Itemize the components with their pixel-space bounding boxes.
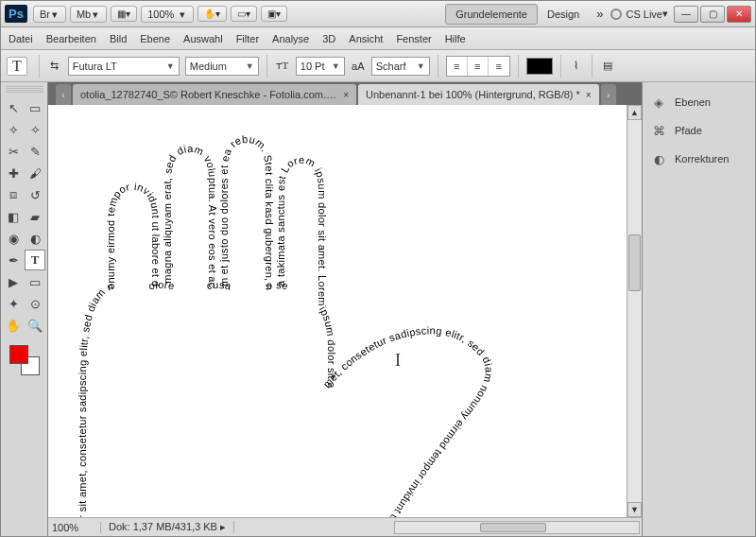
font-weight-combo[interactable]: Medium▼ (185, 57, 259, 76)
zoom-level[interactable]: 100%▾ (141, 6, 194, 23)
path-select-tool[interactable]: ▶ (3, 271, 24, 292)
dodge-tool[interactable]: ◐ (25, 228, 45, 249)
paths-icon: ⌘ (650, 122, 667, 139)
menu-datei[interactable]: Datei (9, 33, 33, 44)
panel-ebenen[interactable]: ◈Ebenen (643, 88, 755, 116)
text-on-path-artwork: Lorem ipsum dolor sit amet, consetetur s… (48, 105, 615, 517)
right-panel: ◈Ebenen ⌘Pfade ◐Korrekturen (642, 82, 755, 536)
options-bar: T ⇆ Futura LT▼ Medium▼ ᴛT 10 Pt▼ aA Scha… (1, 50, 755, 82)
workspace-more[interactable]: » (596, 7, 603, 21)
close-icon[interactable]: × (343, 90, 349, 100)
menu-ansicht[interactable]: Ansicht (349, 33, 383, 44)
window-controls: — ▢ ✕ (674, 6, 751, 23)
scroll-thumb[interactable] (480, 523, 546, 532)
menu-analyse[interactable]: Analyse (272, 33, 309, 44)
align-center-button[interactable]: ≡ (468, 57, 489, 76)
text-color-swatch[interactable] (526, 58, 553, 75)
crop-tool[interactable]: ✂ (3, 141, 24, 162)
cslive-button[interactable]: CS Live ▾ (610, 8, 668, 20)
font-size-icon: ᴛT (275, 59, 290, 74)
foreground-color[interactable] (9, 345, 28, 364)
view-extras-button[interactable]: ▦▾ (111, 6, 137, 22)
workarea: ↖ ▭ ⟡ ✧ ✂ ✎ ✚ 🖌 ⧈ ↺ ◧ ▰ ◉ ◐ ✒ T ▶ ▭ ✦ ⊙ (1, 82, 755, 536)
marquee-tool[interactable]: ▭ (25, 97, 45, 118)
shape-tool[interactable]: ▭ (25, 271, 45, 292)
panel-korrekturen[interactable]: ◐Korrekturen (643, 145, 755, 173)
arrange-button[interactable]: ▭▾ (231, 6, 257, 22)
font-family-combo[interactable]: Futura LT▼ (68, 57, 180, 76)
document-tabs: ‹ otolia_12782740_S© Robert Kneschke - F… (48, 82, 642, 105)
font-size-combo[interactable]: 10 Pt▼ (296, 57, 345, 76)
scroll-down-button[interactable]: ▼ (627, 502, 642, 517)
workspace-grundelemente[interactable]: Grundelemente (445, 4, 538, 25)
type-tool[interactable]: T (25, 250, 45, 270)
workspace-design[interactable]: Design (538, 5, 589, 24)
antialias-combo[interactable]: Scharf▼ (371, 57, 430, 76)
document-area: ‹ otolia_12782740_S© Robert Kneschke - F… (48, 82, 642, 536)
app-logo: Ps (5, 5, 27, 23)
menubar: Datei Bearbeiten Bild Ebene Auswahl Filt… (1, 27, 755, 50)
healing-tool[interactable]: ✚ (3, 163, 24, 183)
color-swatches[interactable] (8, 343, 42, 377)
3d-camera-tool[interactable]: ⊙ (25, 293, 45, 314)
pen-tool[interactable]: ✒ (3, 250, 24, 270)
brush-tool[interactable]: 🖌 (25, 163, 45, 183)
eyedropper-tool[interactable]: ✎ (25, 141, 45, 162)
toolbox-handle[interactable] (6, 86, 43, 94)
status-zoom[interactable]: 100% (48, 522, 101, 533)
minibridge-button[interactable]: Mb▾ (70, 6, 107, 23)
move-tool[interactable]: ↖ (3, 97, 24, 118)
app-window: Ps Br▾ Mb▾ ▦▾ 100%▾ ✋▾ ▭▾ ▣▾ Grundelemen… (0, 0, 756, 537)
stamp-tool[interactable]: ⧈ (3, 184, 24, 205)
scroll-up-button[interactable]: ▲ (627, 105, 642, 120)
type-tool-icon: T (7, 57, 27, 76)
tab-scroll-left[interactable]: ‹ (56, 84, 71, 105)
eraser-tool[interactable]: ◧ (3, 206, 24, 227)
history-brush-tool[interactable]: ↺ (25, 184, 45, 205)
bridge-button[interactable]: Br▾ (33, 6, 66, 23)
align-right-button[interactable]: ≡ (489, 57, 509, 76)
menu-ebene[interactable]: Ebene (140, 33, 170, 44)
menu-bild[interactable]: Bild (110, 33, 127, 44)
menu-hilfe[interactable]: Hilfe (445, 33, 466, 44)
screenmode-button[interactable]: ▣▾ (261, 6, 287, 22)
minimize-button[interactable]: — (674, 6, 698, 23)
text-orientation-button[interactable]: ⇆ (47, 59, 62, 74)
align-left-button[interactable]: ≡ (447, 57, 468, 76)
menu-3d[interactable]: 3D (322, 33, 335, 44)
lasso-tool[interactable]: ⟡ (3, 119, 24, 140)
path-text: Lorem ipsum dolor sit amet, consetetur s… (48, 105, 495, 517)
status-docsize[interactable]: Dok: 1,37 MB/431,3 KB ▸ (101, 521, 234, 533)
close-icon[interactable]: × (586, 90, 592, 100)
tab-scroll-right[interactable]: › (601, 84, 616, 105)
tab-unbenannt[interactable]: Unbenannt-1 bei 100% (Hintergrund, RGB/8… (358, 84, 599, 105)
scroll-thumb[interactable] (628, 234, 641, 291)
close-button[interactable]: ✕ (727, 6, 751, 23)
titlebar: Ps Br▾ Mb▾ ▦▾ 100%▾ ✋▾ ▭▾ ▣▾ Grundelemen… (1, 1, 755, 27)
layers-icon: ◈ (650, 94, 667, 111)
hand-shortcut[interactable]: ✋▾ (198, 6, 227, 22)
canvas[interactable]: Lorem ipsum dolor sit amet, consetetur s… (48, 105, 627, 517)
text-cursor-icon: I (395, 351, 401, 371)
status-bar: 100% Dok: 1,37 MB/431,3 KB ▸ (48, 517, 642, 536)
zoom-tool[interactable]: 🔍 (25, 315, 45, 336)
blur-tool[interactable]: ◉ (3, 228, 24, 249)
menu-auswahl[interactable]: Auswahl (183, 33, 223, 44)
toolbox: ↖ ▭ ⟡ ✧ ✂ ✎ ✚ 🖌 ⧈ ↺ ◧ ▰ ◉ ◐ ✒ T ▶ ▭ ✦ ⊙ (1, 82, 48, 536)
tab-fotolia[interactable]: otolia_12782740_S© Robert Kneschke - Fot… (73, 84, 356, 105)
3d-tool[interactable]: ✦ (3, 293, 24, 314)
character-panel-button[interactable]: ▤ (600, 59, 615, 74)
menu-bearbeiten[interactable]: Bearbeiten (46, 33, 96, 44)
menu-fenster[interactable]: Fenster (396, 33, 431, 44)
horizontal-scrollbar[interactable] (394, 521, 640, 534)
menu-filter[interactable]: Filter (236, 33, 259, 44)
panel-pfade[interactable]: ⌘Pfade (643, 116, 755, 145)
hand-tool[interactable]: ✋ (3, 315, 24, 336)
vertical-scrollbar[interactable]: ▲ ▼ (627, 105, 642, 517)
gradient-tool[interactable]: ▰ (25, 206, 45, 227)
magic-wand-tool[interactable]: ✧ (25, 119, 45, 140)
antialias-icon: aA (351, 59, 366, 74)
text-align-group: ≡ ≡ ≡ (446, 56, 510, 77)
maximize-button[interactable]: ▢ (700, 6, 725, 23)
warp-text-button[interactable]: ⌇ (569, 59, 584, 74)
